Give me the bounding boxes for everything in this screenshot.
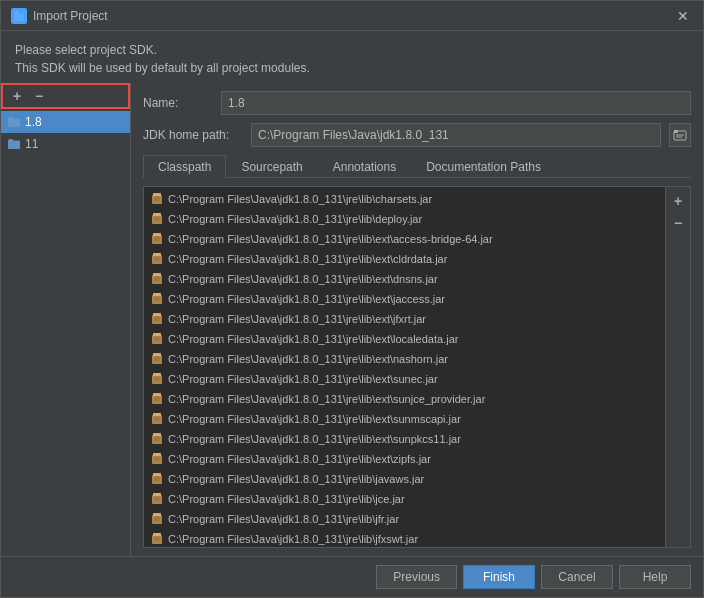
svg-rect-58	[152, 455, 162, 464]
svg-rect-39	[153, 353, 161, 356]
classpath-list-item[interactable]: C:\Program Files\Java\jdk1.8.0_131\jre\l…	[144, 489, 665, 509]
title-bar: Import Project ✕	[1, 1, 703, 31]
classpath-item-text: C:\Program Files\Java\jdk1.8.0_131\jre\l…	[168, 313, 426, 325]
classpath-list-item[interactable]: C:\Program Files\Java\jdk1.8.0_131\jre\l…	[144, 289, 665, 309]
classpath-item-text: C:\Program Files\Java\jdk1.8.0_131\jre\l…	[168, 333, 458, 345]
jar-icon	[150, 352, 164, 366]
folder-icon	[7, 116, 21, 128]
tab-annotations[interactable]: Annotations	[318, 155, 411, 178]
dialog-title: Import Project	[33, 9, 108, 23]
svg-rect-38	[152, 355, 162, 364]
jdk-path-input[interactable]	[251, 123, 661, 147]
classpath-list-item[interactable]: C:\Program Files\Java\jdk1.8.0_131\jre\l…	[144, 349, 665, 369]
classpath-item-text: C:\Program Files\Java\jdk1.8.0_131\jre\l…	[168, 273, 438, 285]
svg-rect-71	[153, 513, 161, 516]
name-input[interactable]	[221, 91, 691, 115]
classpath-list-item[interactable]: C:\Program Files\Java\jdk1.8.0_131\jre\l…	[144, 469, 665, 489]
dialog-icon	[11, 8, 27, 24]
classpath-list-item[interactable]: C:\Program Files\Java\jdk1.8.0_131\jre\l…	[144, 189, 665, 209]
sdk-1.8-label: 1.8	[25, 115, 42, 129]
svg-rect-67	[153, 493, 161, 496]
classpath-list-item[interactable]: C:\Program Files\Java\jdk1.8.0_131\jre\l…	[144, 449, 665, 469]
svg-rect-46	[152, 395, 162, 404]
svg-rect-6	[152, 195, 162, 204]
svg-rect-30	[152, 315, 162, 324]
jdk-path-row: JDK home path:	[143, 123, 691, 147]
classpath-list-item[interactable]: C:\Program Files\Java\jdk1.8.0_131\jre\l…	[144, 329, 665, 349]
classpath-list-item[interactable]: C:\Program Files\Java\jdk1.8.0_131\jre\l…	[144, 229, 665, 249]
svg-rect-34	[152, 335, 162, 344]
right-panel: Name: JDK home path: Classpath	[131, 83, 703, 556]
jar-icon	[150, 292, 164, 306]
classpath-item-text: C:\Program Files\Java\jdk1.8.0_131\jre\l…	[168, 213, 422, 225]
classpath-item-text: C:\Program Files\Java\jdk1.8.0_131\jre\l…	[168, 353, 448, 365]
classpath-item-text: C:\Program Files\Java\jdk1.8.0_131\jre\l…	[168, 533, 418, 545]
svg-rect-1	[14, 11, 18, 14]
classpath-remove-button[interactable]: −	[668, 213, 688, 233]
title-bar-left: Import Project	[11, 8, 108, 24]
name-label: Name:	[143, 96, 213, 110]
classpath-item-text: C:\Program Files\Java\jdk1.8.0_131\jre\l…	[168, 433, 461, 445]
left-panel: + − 1.8	[1, 83, 131, 556]
description-area: Please select project SDK. This SDK will…	[1, 31, 703, 83]
svg-rect-62	[152, 475, 162, 484]
classpath-list-item[interactable]: C:\Program Files\Java\jdk1.8.0_131\jre\l…	[144, 209, 665, 229]
tab-sourcepath[interactable]: Sourcepath	[226, 155, 317, 178]
jar-icon	[150, 512, 164, 526]
browse-button[interactable]	[669, 123, 691, 147]
svg-rect-11	[153, 213, 161, 216]
jar-icon	[150, 452, 164, 466]
svg-rect-0	[14, 13, 24, 21]
svg-rect-43	[153, 373, 161, 376]
classpath-list-item[interactable]: C:\Program Files\Java\jdk1.8.0_131\jre\l…	[144, 269, 665, 289]
svg-rect-14	[152, 235, 162, 244]
classpath-list-item[interactable]: C:\Program Files\Java\jdk1.8.0_131\jre\l…	[144, 409, 665, 429]
svg-rect-42	[152, 375, 162, 384]
svg-rect-54	[152, 435, 162, 444]
sdk-tree: 1.8 11	[1, 109, 130, 556]
classpath-list-item[interactable]: C:\Program Files\Java\jdk1.8.0_131\jre\l…	[144, 369, 665, 389]
classpath-item-text: C:\Program Files\Java\jdk1.8.0_131\jre\l…	[168, 473, 424, 485]
name-row: Name:	[143, 91, 691, 115]
jar-icon	[150, 192, 164, 206]
sdk-11-label: 11	[25, 137, 38, 151]
finish-button[interactable]: Finish	[463, 565, 535, 589]
svg-rect-7	[153, 193, 161, 196]
classpath-item-text: C:\Program Files\Java\jdk1.8.0_131\jre\l…	[168, 393, 485, 405]
cancel-button[interactable]: Cancel	[541, 565, 613, 589]
main-content: + − 1.8	[1, 83, 703, 556]
svg-rect-23	[153, 273, 161, 276]
classpath-add-button[interactable]: +	[668, 191, 688, 211]
remove-sdk-button[interactable]: −	[29, 87, 49, 105]
tab-documentation[interactable]: Documentation Paths	[411, 155, 556, 178]
classpath-list-item[interactable]: C:\Program Files\Java\jdk1.8.0_131\jre\l…	[144, 389, 665, 409]
folder-icon-11	[7, 138, 21, 150]
classpath-list-item[interactable]: C:\Program Files\Java\jdk1.8.0_131\jre\l…	[144, 309, 665, 329]
svg-rect-47	[153, 393, 161, 396]
classpath-item-text: C:\Program Files\Java\jdk1.8.0_131\jre\l…	[168, 453, 431, 465]
classpath-list-item[interactable]: C:\Program Files\Java\jdk1.8.0_131\jre\l…	[144, 249, 665, 269]
jar-icon	[150, 272, 164, 286]
jar-icon	[150, 332, 164, 346]
sdk-item-1.8[interactable]: 1.8	[1, 111, 130, 133]
classpath-list-item[interactable]: C:\Program Files\Java\jdk1.8.0_131\jre\l…	[144, 509, 665, 529]
help-button[interactable]: Help	[619, 565, 691, 589]
classpath-item-text: C:\Program Files\Java\jdk1.8.0_131\jre\l…	[168, 413, 461, 425]
close-button[interactable]: ✕	[673, 6, 693, 26]
svg-rect-74	[152, 535, 162, 544]
classpath-list-item[interactable]: C:\Program Files\Java\jdk1.8.0_131\jre\l…	[144, 429, 665, 449]
svg-rect-51	[153, 413, 161, 416]
svg-rect-63	[153, 473, 161, 476]
classpath-list-item[interactable]: C:\Program Files\Java\jdk1.8.0_131\jre\l…	[144, 529, 665, 547]
classpath-item-text: C:\Program Files\Java\jdk1.8.0_131\jre\l…	[168, 493, 405, 505]
previous-button[interactable]: Previous	[376, 565, 457, 589]
jar-icon	[150, 492, 164, 506]
sdk-item-11[interactable]: 11	[1, 133, 130, 155]
tab-classpath[interactable]: Classpath	[143, 155, 226, 178]
add-sdk-button[interactable]: +	[7, 87, 27, 105]
jar-icon	[150, 412, 164, 426]
jar-icon	[150, 432, 164, 446]
description-line2: This SDK will be used by default by all …	[15, 59, 689, 77]
classpath-area: C:\Program Files\Java\jdk1.8.0_131\jre\l…	[143, 186, 691, 548]
jar-icon	[150, 232, 164, 246]
